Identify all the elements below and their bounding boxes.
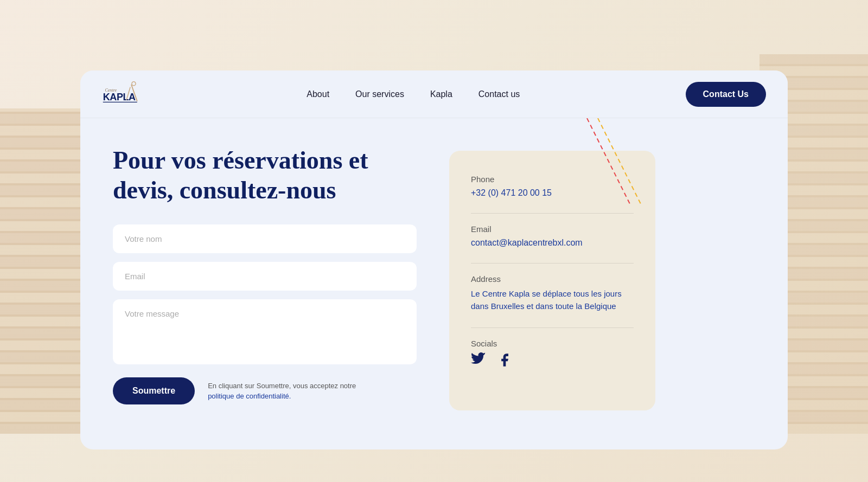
address-label: Address xyxy=(471,274,634,284)
message-input[interactable] xyxy=(113,299,417,364)
main-card: Centre KAPLA About Our services Kapla C xyxy=(80,70,788,449)
page-content: Pour vos réservations et devis, consulte… xyxy=(80,118,788,432)
nav-links: About Our services Kapla Contact us xyxy=(307,89,520,99)
bg-blocks-left xyxy=(0,108,87,434)
privacy-policy-link[interactable]: politique de confidentialité. xyxy=(208,392,291,400)
svg-point-5 xyxy=(132,81,136,85)
form-footer: Soumettre En cliquant sur Soumettre, vou… xyxy=(113,377,417,404)
socials-row xyxy=(471,352,634,371)
email-value: contact@kaplacentrebxl.com xyxy=(471,238,634,248)
phone-value: +32 (0) 471 20 00 15 xyxy=(471,188,634,198)
address-value: Le Centre Kapla se déplace tous les jour… xyxy=(471,288,634,312)
facebook-icon[interactable] xyxy=(497,352,512,371)
form-title-line1: Pour vos réservations et xyxy=(113,146,368,174)
contact-card: Phone +32 (0) 471 20 00 15 Email contact… xyxy=(449,151,655,410)
submit-button[interactable]: Soumettre xyxy=(113,377,195,404)
nav-item-about[interactable]: About xyxy=(307,89,329,99)
phone-label: Phone xyxy=(471,175,634,184)
twitter-icon[interactable] xyxy=(471,352,486,371)
nav-item-contact[interactable]: Contact us xyxy=(478,89,520,99)
nav-link-contact[interactable]: Contact us xyxy=(478,89,520,99)
name-input[interactable] xyxy=(113,224,417,253)
nav-item-kapla[interactable]: Kapla xyxy=(430,89,452,99)
socials-label: Socials xyxy=(471,339,634,348)
nav-link-kapla[interactable]: Kapla xyxy=(430,89,452,99)
phone-section: Phone +32 (0) 471 20 00 15 xyxy=(471,175,634,198)
contact-us-button[interactable]: Contact Us xyxy=(686,82,766,107)
nav-link-about[interactable]: About xyxy=(307,89,329,99)
email-field-group xyxy=(113,262,417,291)
consent-text: En cliquant sur Soumettre, vous acceptez… xyxy=(208,381,356,402)
logo-icon: Centre KAPLA xyxy=(102,79,141,110)
divider-3 xyxy=(471,327,634,328)
divider-1 xyxy=(471,213,634,214)
address-section: Address Le Centre Kapla se déplace tous … xyxy=(471,274,634,312)
divider-2 xyxy=(471,263,634,264)
email-section: Email contact@kaplacentrebxl.com xyxy=(471,224,634,248)
name-field-group xyxy=(113,224,417,253)
email-input[interactable] xyxy=(113,262,417,291)
svg-text:KAPLA: KAPLA xyxy=(103,91,136,102)
message-field-group xyxy=(113,299,417,367)
form-title: Pour vos réservations et devis, consulte… xyxy=(113,145,417,205)
socials-section: Socials xyxy=(471,339,634,371)
nav-link-services[interactable]: Our services xyxy=(355,89,404,99)
form-section: Pour vos réservations et devis, consulte… xyxy=(113,145,417,404)
logo-area: Centre KAPLA xyxy=(102,79,141,110)
navbar: Centre KAPLA About Our services Kapla C xyxy=(80,70,788,118)
nav-cta-area: Contact Us xyxy=(686,82,766,107)
form-title-line2: devis, consultez-nous xyxy=(113,176,336,204)
email-label: Email xyxy=(471,224,634,234)
nav-item-services[interactable]: Our services xyxy=(355,89,404,99)
consent-text-static: En cliquant sur Soumettre, vous acceptez… xyxy=(208,382,356,390)
